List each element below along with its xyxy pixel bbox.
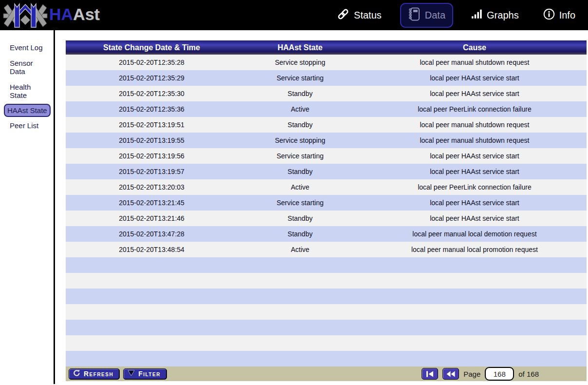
- cell-cause: local peer HAAst service start: [363, 90, 587, 97]
- cell-cause: local peer HAAst service start: [363, 74, 587, 82]
- table-row-empty: [66, 289, 587, 304]
- cell-state: Service stopping: [238, 58, 363, 66]
- refresh-button-label: Refresh: [84, 370, 113, 378]
- haast-logo-icon: [3, 2, 48, 31]
- cell-date-time: 2015-02-20T12:35:29: [66, 74, 238, 82]
- page-total-label: of 168: [518, 370, 539, 378]
- cell-cause: local peer manual local promotion reques…: [363, 246, 587, 253]
- cell-state: Service starting: [238, 74, 363, 82]
- table-row: 2015-02-20T12:35:30 Standby local peer H…: [66, 86, 587, 101]
- page-number-input[interactable]: [485, 367, 514, 381]
- cell-date-time: 2015-02-20T13:19:56: [66, 152, 238, 160]
- app-title: HAAst: [49, 5, 100, 24]
- nav-status-label: Status: [354, 10, 382, 21]
- cell-date-time: 2015-02-20T13:19:57: [66, 168, 238, 175]
- table-row-empty: [66, 320, 587, 335]
- nav-status[interactable]: Status: [331, 4, 387, 27]
- filter-button-label: Filter: [138, 370, 161, 378]
- cell-date-time: 2015-02-20T13:21:45: [66, 199, 238, 207]
- sidebar-item-health-state[interactable]: Health State: [6, 80, 54, 102]
- cell-date-time: 2015-02-20T13:47:28: [66, 230, 238, 238]
- app-title-ast: Ast: [73, 5, 100, 23]
- cell-date-time: 2015-02-20T12:35:36: [66, 105, 238, 113]
- sidebar: Event Log Sensor Data Health State HAAst…: [0, 30, 55, 384]
- cell-state: Active: [238, 183, 363, 191]
- cell-state: Standby: [238, 168, 363, 175]
- notebook-icon: [408, 7, 421, 24]
- data-table: State Change Date & Time HAAst State Cau…: [66, 40, 587, 381]
- sidebar-item-sensor-data[interactable]: Sensor Data: [6, 56, 54, 78]
- page-label: Page: [463, 370, 480, 378]
- cell-cause: local peer HAAst service start: [363, 214, 587, 222]
- table-row: 2015-02-20T13:20:03 Active local peer Pe…: [66, 179, 587, 195]
- table-row-empty: [66, 304, 587, 320]
- table-row-empty: [66, 335, 587, 351]
- cell-date-time: 2015-02-20T12:35:30: [66, 90, 238, 97]
- link-icon: [337, 8, 349, 23]
- cell-date-time: 2015-02-20T13:20:03: [66, 183, 238, 191]
- cell-cause: local peer manual shutdown request: [363, 121, 587, 129]
- sidebar-item-peer-list[interactable]: Peer List: [6, 118, 42, 133]
- table-row: 2015-02-20T13:21:46 Standby local peer H…: [66, 211, 587, 226]
- nav-data-label: Data: [425, 10, 445, 21]
- cell-cause: local peer PeerLink connection failure: [363, 105, 587, 113]
- cell-state: Standby: [238, 90, 363, 97]
- refresh-button[interactable]: Refresh: [69, 368, 120, 380]
- table-row: 2015-02-20T13:48:54 Active local peer ma…: [66, 242, 587, 257]
- table-row-empty: [66, 257, 587, 273]
- nav-graphs[interactable]: Graphs: [466, 5, 525, 26]
- pagination: Page of 168: [422, 367, 584, 381]
- table-body: 2015-02-20T12:35:28 Service stopping loc…: [66, 55, 587, 366]
- sidebar-item-event-log[interactable]: Event Log: [6, 40, 47, 55]
- info-icon: [543, 8, 555, 22]
- table-row: 2015-02-20T12:35:36 Active local peer Pe…: [66, 101, 587, 117]
- app-title-ha: HA: [49, 5, 73, 23]
- nav-data[interactable]: Data: [400, 3, 453, 28]
- table-row: 2015-02-20T13:19:55 Service stopping loc…: [66, 133, 587, 148]
- cell-date-time: 2015-02-20T13:19:51: [66, 121, 238, 129]
- bar-chart-icon: [472, 9, 482, 22]
- table-row: 2015-02-20T13:47:28 Standby local peer m…: [66, 226, 587, 242]
- cell-state: Active: [238, 246, 363, 253]
- cell-date-time: 2015-02-20T13:19:55: [66, 136, 238, 144]
- cell-state: Service starting: [238, 152, 363, 160]
- nav-info[interactable]: Info: [537, 4, 581, 26]
- table-row: 2015-02-20T13:19:57 Standby local peer H…: [66, 164, 587, 179]
- cell-cause: local peer HAAst service start: [363, 199, 587, 207]
- column-header-cause[interactable]: Cause: [363, 43, 587, 52]
- cell-state: Standby: [238, 230, 363, 238]
- table-row: 2015-02-20T13:19:56 Service starting loc…: [66, 148, 587, 164]
- cell-state: Service stopping: [238, 136, 363, 144]
- first-page-button[interactable]: [422, 368, 438, 380]
- top-navigation: Status Data: [331, 0, 581, 30]
- cell-state: Active: [238, 105, 363, 113]
- refresh-icon: [73, 369, 80, 378]
- table-row: 2015-02-20T13:19:51 Standby local peer m…: [66, 117, 587, 133]
- previous-page-button[interactable]: [442, 368, 459, 380]
- nav-info-label: Info: [559, 10, 575, 21]
- table-row-empty: [66, 351, 587, 366]
- nav-graphs-label: Graphs: [487, 10, 519, 21]
- cell-state: Service starting: [238, 199, 363, 207]
- cell-cause: local peer manual local demotion request: [363, 230, 587, 238]
- column-header-haast-state[interactable]: HAAst State: [238, 43, 363, 52]
- cell-cause: local peer PeerLink connection failure: [363, 183, 587, 191]
- table-row: 2015-02-20T13:21:45 Service starting loc…: [66, 195, 587, 211]
- top-bar: HAAst Status: [0, 0, 588, 30]
- table-row: 2015-02-20T12:35:28 Service stopping loc…: [66, 55, 587, 70]
- cell-date-time: 2015-02-20T13:21:46: [66, 214, 238, 222]
- table-row-empty: [66, 273, 587, 289]
- cell-cause: local peer HAAst service start: [363, 152, 587, 160]
- cell-date-time: 2015-02-20T13:48:54: [66, 246, 238, 253]
- cell-cause: local peer manual shutdown request: [363, 136, 587, 144]
- filter-button[interactable]: Filter: [123, 368, 167, 380]
- cell-date-time: 2015-02-20T12:35:28: [66, 58, 238, 66]
- cell-state: Standby: [238, 121, 363, 129]
- column-header-date-time[interactable]: State Change Date & Time: [66, 43, 238, 52]
- filter-icon: [128, 370, 135, 378]
- table-footer-bar: Refresh Filter: [66, 366, 587, 381]
- sidebar-item-haast-state[interactable]: HAAst State: [4, 104, 51, 117]
- cell-cause: local peer HAAst service start: [363, 168, 587, 175]
- cell-cause: local peer manual shutdown request: [363, 58, 587, 66]
- cell-state: Standby: [238, 214, 363, 222]
